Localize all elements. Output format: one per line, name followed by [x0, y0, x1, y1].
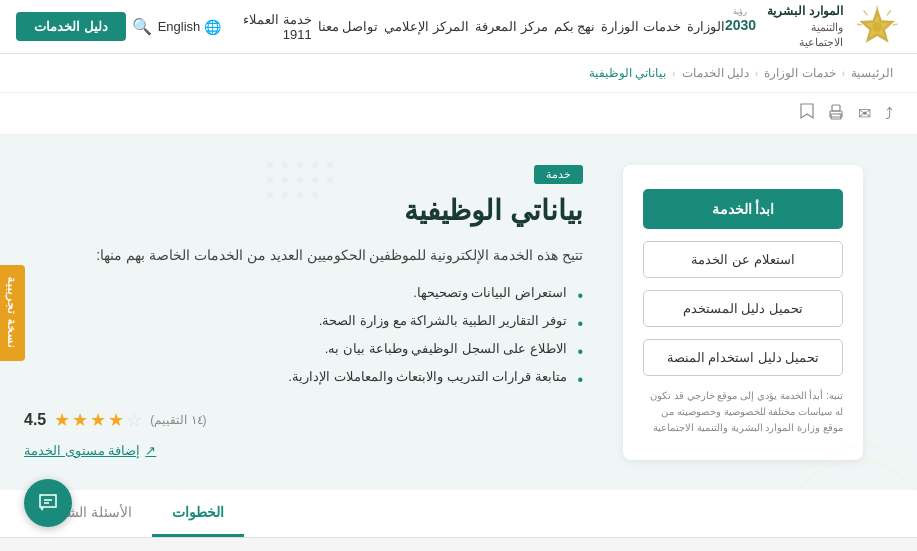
svg-point-17: [327, 162, 333, 168]
svg-rect-10: [832, 105, 840, 111]
feature-3: الاطلاع على السجل الوظيفي وطباعة بيان به…: [24, 338, 583, 360]
svg-point-23: [267, 192, 273, 198]
breadcrumb-guide[interactable]: دليل الخدمات: [682, 66, 749, 80]
main-content: نسخة تجريبية ابدأ الخدمة استعلام عن الخد…: [0, 135, 917, 490]
star-5: ☆: [126, 409, 142, 431]
breadcrumb-bar: بياناتي الوظيفية › دليل الخدمات › خدمات …: [0, 54, 917, 93]
globe-icon: 🌐: [204, 19, 221, 35]
nav-item-media[interactable]: المركز الإعلامي: [384, 19, 469, 34]
steps-section: خطوات:: [0, 538, 917, 551]
bc-sep-1: ›: [842, 68, 845, 79]
add-rating-label[interactable]: إضافة مستوى الخدمة: [24, 443, 140, 458]
add-rating-icon: ↗: [145, 443, 156, 458]
email-icon[interactable]: ✉: [858, 104, 871, 123]
star-1: ★: [54, 409, 70, 431]
nav-item-approach[interactable]: نهج بكم: [554, 19, 596, 34]
bc-sep-3: ›: [672, 68, 675, 79]
svg-line-7: [856, 24, 861, 25]
breadcrumb-services[interactable]: خدمات الوزارة: [764, 66, 835, 80]
svg-point-13: [267, 162, 273, 168]
language-switcher[interactable]: 🌐 English: [158, 19, 222, 35]
svg-point-2: [872, 22, 882, 32]
deco-dots: [260, 155, 340, 215]
logo-area: الموارد البشرية والتنمية الاجتماعية رؤية…: [725, 2, 901, 52]
rating-count: (١٤ التقييم): [150, 413, 206, 427]
svg-line-6: [863, 10, 867, 15]
rating-area: (١٤ التقييم) ★ ★ ★ ★ ☆ 4.5: [24, 409, 583, 431]
svg-point-16: [312, 162, 318, 168]
service-description: تتيح هذه الخدمة الإلكترونية للموظفين الح…: [24, 243, 583, 268]
share-icon[interactable]: ⤴: [885, 105, 893, 123]
feature-4: متابعة قرارات التدريب والابتعاث والمعامل…: [24, 366, 583, 388]
feature-2: توفر التقارير الطبية بالشراكة مع وزارة ا…: [24, 310, 583, 332]
guide-btn[interactable]: دليل الخدمات: [16, 12, 126, 41]
svg-point-20: [297, 177, 303, 183]
svg-point-22: [327, 177, 333, 183]
download-platform-guide-btn[interactable]: تحميل دليل استخدام المنصة: [643, 339, 843, 376]
svg-line-4: [886, 10, 890, 15]
ministry-logo: [853, 2, 901, 52]
nav-item-ministry[interactable]: الوزارة: [687, 19, 725, 34]
nav-item-knowledge[interactable]: مركز المعرفة: [475, 19, 548, 34]
top-navigation: الموارد البشرية والتنمية الاجتماعية رؤية…: [0, 0, 917, 54]
vision-badge: رؤية 2030 ةيؤر: [725, 7, 756, 45]
nav-item-services[interactable]: خدمات الوزارة: [601, 19, 681, 34]
svg-point-26: [312, 192, 318, 198]
vision-logo-icon: ةيؤر: [725, 34, 755, 46]
search-icon[interactable]: 🔍: [132, 17, 152, 36]
rating-value: 4.5: [24, 411, 46, 429]
service-badge: خدمة: [534, 165, 583, 184]
svg-line-5: [892, 24, 897, 25]
inquire-service-btn[interactable]: استعلام عن الخدمة: [643, 241, 843, 278]
star-4: ★: [108, 409, 124, 431]
side-tab[interactable]: نسخة تجريبية: [0, 264, 25, 360]
start-service-btn[interactable]: ابدأ الخدمة: [643, 189, 843, 229]
toolbar: ⤴ ✉: [0, 93, 917, 135]
bc-sep-2: ›: [755, 68, 758, 79]
deco-curve: [797, 390, 917, 490]
svg-point-25: [297, 192, 303, 198]
lang-label: English: [158, 19, 201, 34]
breadcrumb-current: بياناتي الوظيفية: [589, 66, 666, 80]
add-rating-link[interactable]: ↗ إضافة مستوى الخدمة: [24, 443, 583, 458]
bottom-tabs: الأسئلة الشائعة الخطوات: [0, 490, 917, 538]
nav-item-contact[interactable]: تواصل معنا: [318, 19, 379, 34]
bookmark-icon[interactable]: [800, 103, 814, 124]
svg-point-18: [267, 177, 273, 183]
breadcrumb: بياناتي الوظيفية › دليل الخدمات › خدمات …: [589, 66, 893, 80]
svg-point-15: [297, 162, 303, 168]
stars: ★ ★ ★ ★ ☆: [54, 409, 142, 431]
download-user-guide-btn[interactable]: تحميل دليل المستخدم: [643, 290, 843, 327]
chat-icon: [36, 491, 60, 515]
print-icon[interactable]: [828, 104, 844, 124]
svg-point-21: [312, 177, 318, 183]
svg-point-24: [282, 192, 288, 198]
star-3: ★: [90, 409, 106, 431]
feature-1: استعراض البيانات وتصحيحها.: [24, 282, 583, 304]
nav-links-area: دليل الخدمات 🔍 🌐 English خدمة العملاء 19…: [16, 12, 725, 42]
service-content-area: خدمة بياناتي الوظيفية تتيح هذه الخدمة ال…: [24, 165, 593, 460]
svg-point-14: [282, 162, 288, 168]
customer-service: خدمة العملاء 1911: [227, 12, 312, 42]
breadcrumb-home[interactable]: الرئيسية: [851, 66, 893, 80]
service-features: استعراض البيانات وتصحيحها. توفر التقارير…: [24, 282, 583, 388]
svg-point-19: [282, 177, 288, 183]
star-2: ★: [72, 409, 88, 431]
chat-button[interactable]: [24, 479, 72, 527]
svg-point-12: [839, 113, 841, 115]
tab-steps[interactable]: الخطوات: [152, 490, 244, 537]
ministry-name: الموارد البشرية والتنمية الاجتماعية: [766, 3, 843, 51]
